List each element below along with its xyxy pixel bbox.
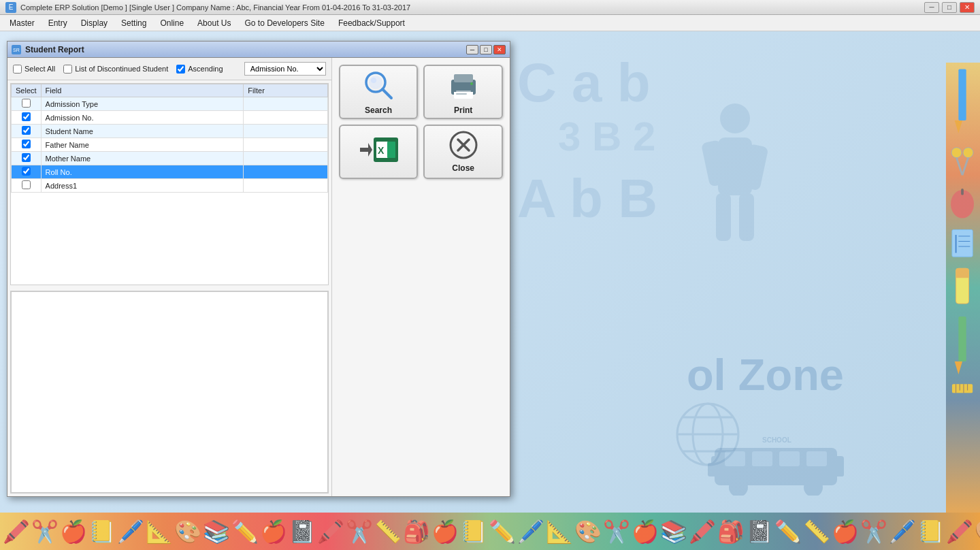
row-filter-father-name[interactable] bbox=[244, 138, 327, 152]
dialog-minimize-button[interactable]: ─ bbox=[466, 45, 478, 54]
svg-rect-68 bbox=[456, 93, 467, 95]
table-row: Mother Name bbox=[12, 152, 328, 165]
row-checkbox-cell[interactable] bbox=[12, 125, 42, 138]
right-decorative-strip bbox=[946, 63, 980, 513]
dialog-body: Select All List of Discontinued Student … bbox=[7, 58, 510, 496]
table-body: Admission Type Admission No. Student Nam… bbox=[12, 97, 328, 193]
row-filter-address1[interactable] bbox=[244, 179, 327, 193]
row-checkbox-cell[interactable] bbox=[12, 152, 42, 165]
minimize-button[interactable]: ─ bbox=[924, 2, 939, 13]
row-checkbox-cell[interactable] bbox=[12, 111, 42, 125]
row-filter-admission-no[interactable] bbox=[244, 111, 327, 125]
svg-line-40 bbox=[962, 158, 968, 175]
search-button-label: Search bbox=[365, 106, 392, 115]
options-row: Select All List of Discontinued Student … bbox=[7, 58, 331, 80]
menu-master[interactable]: Master bbox=[3, 17, 42, 29]
close-icon bbox=[449, 131, 478, 159]
watermark-abc: C a b bbox=[517, 52, 651, 114]
menu-bar: Master Entry Display Setting Online Abou… bbox=[0, 15, 980, 31]
table-header: Select Field Filter bbox=[12, 84, 328, 97]
maximize-button[interactable]: □ bbox=[942, 2, 957, 13]
svg-point-61 bbox=[371, 78, 376, 83]
discontinued-label: List of Discontinued Student bbox=[75, 65, 168, 73]
svg-rect-42 bbox=[961, 189, 964, 195]
print-button-label: Print bbox=[454, 106, 472, 115]
print-button[interactable]: Print bbox=[423, 65, 503, 119]
row-check-admission-type[interactable] bbox=[22, 99, 31, 108]
menu-setting[interactable]: Setting bbox=[114, 17, 153, 29]
excel-icon-area: X bbox=[359, 138, 398, 162]
row-filter-roll-no[interactable] bbox=[244, 165, 327, 179]
menu-online[interactable]: Online bbox=[153, 17, 191, 29]
table-row: Student Name bbox=[12, 125, 328, 138]
dialog-titlebar: SR Student Report ─ □ ✕ bbox=[7, 42, 510, 58]
row-check-roll-no[interactable] bbox=[22, 167, 31, 176]
svg-rect-27 bbox=[779, 451, 800, 466]
svg-line-62 bbox=[382, 89, 391, 98]
row-checkbox-cell[interactable] bbox=[12, 138, 42, 152]
dialog-close-button[interactable]: ✕ bbox=[493, 45, 506, 54]
menu-devsite[interactable]: Go to Developers Site bbox=[238, 17, 331, 29]
row-field-student-name: Student Name bbox=[41, 125, 244, 138]
svg-point-12 bbox=[720, 103, 750, 133]
menu-about[interactable]: About Us bbox=[191, 17, 238, 29]
select-all-checkbox-label[interactable]: Select All bbox=[13, 65, 55, 74]
select-all-checkbox[interactable] bbox=[13, 65, 22, 74]
svg-point-60 bbox=[369, 76, 382, 89]
row-check-admission-no[interactable] bbox=[22, 112, 31, 121]
menu-feedback[interactable]: Feedback/Support bbox=[331, 17, 412, 29]
svg-rect-67 bbox=[456, 91, 471, 92]
row-checkbox-cell[interactable] bbox=[12, 165, 42, 179]
svg-marker-71 bbox=[368, 143, 372, 157]
discontinued-checkbox[interactable] bbox=[63, 65, 72, 74]
svg-rect-49 bbox=[956, 268, 969, 278]
excel-button[interactable]: X bbox=[339, 125, 419, 179]
ascending-checkbox-label[interactable]: Ascending bbox=[176, 65, 223, 74]
field-table-container: Select Field Filter Admission Type bbox=[10, 83, 329, 285]
row-filter-student-name[interactable] bbox=[244, 125, 327, 138]
svg-rect-35 bbox=[958, 69, 966, 120]
table-row: Address1 bbox=[12, 179, 328, 193]
watermark-abc2: A b B bbox=[517, 167, 657, 230]
menu-display[interactable]: Display bbox=[74, 17, 114, 29]
dialog-maximize-button[interactable]: □ bbox=[480, 45, 492, 54]
row-check-student-name[interactable] bbox=[22, 126, 31, 135]
close-button-label: Close bbox=[452, 163, 474, 173]
globe-silhouette bbox=[674, 400, 742, 468]
table-row: Admission Type bbox=[12, 97, 328, 111]
close-button[interactable]: ✕ bbox=[960, 2, 975, 13]
discontinued-checkbox-label[interactable]: List of Discontinued Student bbox=[63, 65, 168, 74]
row-checkbox-cell[interactable] bbox=[12, 179, 42, 193]
svg-rect-22 bbox=[836, 463, 844, 476]
row-field-address1: Address1 bbox=[41, 179, 244, 193]
table-row: Admission No. bbox=[12, 111, 328, 125]
row-checkbox-cell[interactable] bbox=[12, 97, 42, 111]
ascending-checkbox[interactable] bbox=[176, 65, 185, 74]
col-filter: Filter bbox=[244, 84, 327, 97]
search-icon bbox=[362, 69, 395, 101]
row-check-father-name[interactable] bbox=[22, 140, 31, 148]
svg-rect-43 bbox=[952, 230, 973, 257]
row-field-roll-no: Roll No. bbox=[41, 165, 244, 179]
close-button-dialog[interactable]: Close bbox=[423, 125, 503, 179]
search-button[interactable]: Search bbox=[339, 65, 419, 119]
school-zone-text: ol Zone bbox=[687, 349, 844, 400]
bottom-icons: 🖍️ ✂️ 🍎 📒 🖊️ 📐 🎨 📚 ✏️ 🍎 📓 🖍️ ✂️ 📏 🎒 🍎 📒 … bbox=[0, 513, 980, 550]
sort-dropdown[interactable]: Admission No. Student Name Roll No. Fath… bbox=[244, 62, 326, 76]
title-bar-controls: ─ □ ✕ bbox=[924, 2, 975, 13]
col-select: Select bbox=[12, 84, 42, 97]
row-filter-mother-name[interactable] bbox=[244, 152, 327, 165]
svg-rect-17 bbox=[739, 193, 754, 241]
row-check-mother-name[interactable] bbox=[22, 153, 31, 162]
svg-rect-50 bbox=[958, 317, 966, 361]
row-filter-admission-type[interactable] bbox=[244, 97, 327, 111]
title-bar-text: Complete ERP Solution [Demo ] [Single Us… bbox=[20, 3, 924, 12]
svg-rect-52 bbox=[952, 384, 973, 393]
row-field-admission-no: Admission No. bbox=[41, 111, 244, 125]
table-row-selected[interactable]: Roll No. bbox=[12, 165, 328, 179]
ascending-label: Ascending bbox=[188, 65, 223, 73]
svg-rect-70 bbox=[360, 148, 370, 152]
print-icon bbox=[447, 69, 480, 101]
row-check-address1[interactable] bbox=[22, 180, 31, 189]
menu-entry[interactable]: Entry bbox=[42, 17, 74, 29]
